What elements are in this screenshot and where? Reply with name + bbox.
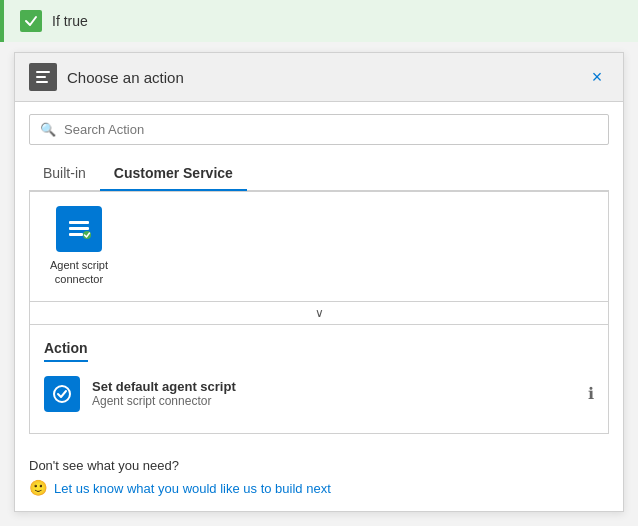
search-input[interactable] xyxy=(64,122,598,137)
svg-rect-1 xyxy=(36,76,46,78)
svg-rect-3 xyxy=(69,221,89,224)
svg-rect-5 xyxy=(69,233,83,236)
modal-body: 🔍 Built-in Customer Service xyxy=(15,102,623,446)
info-icon[interactable]: ℹ xyxy=(588,384,594,403)
search-icon: 🔍 xyxy=(40,122,56,137)
footer-section: Don't see what you need? 🙂 Let us know w… xyxy=(15,446,623,511)
footer-link[interactable]: Let us know what you would like us to bu… xyxy=(54,481,331,496)
connector-section: Agent script connector xyxy=(29,191,609,302)
search-box[interactable]: 🔍 xyxy=(29,114,609,145)
tab-builtin[interactable]: Built-in xyxy=(29,157,100,191)
action-header-icon xyxy=(29,63,57,91)
svg-rect-0 xyxy=(36,71,50,73)
smiley-icon: 🙂 xyxy=(29,479,48,497)
collapse-bar[interactable]: ∨ xyxy=(29,302,609,325)
action-item-title: Set default agent script xyxy=(92,379,576,394)
agent-script-connector-label: Agent script connector xyxy=(44,258,114,287)
if-true-bar: If true xyxy=(0,0,638,42)
footer-question: Don't see what you need? xyxy=(29,458,609,473)
footer-link-row: 🙂 Let us know what you would like us to … xyxy=(29,479,609,497)
action-item-text: Set default agent script Agent script co… xyxy=(92,379,576,408)
agent-script-connector-icon xyxy=(56,206,102,252)
close-button[interactable]: × xyxy=(585,65,609,89)
choose-action-modal: Choose an action × 🔍 Built-in Customer S… xyxy=(14,52,624,512)
action-section: Action Set default agent script Agent sc… xyxy=(29,325,609,434)
action-item-subtitle: Agent script connector xyxy=(92,394,576,408)
svg-rect-4 xyxy=(69,227,89,230)
action-item-icon xyxy=(44,376,80,412)
check-icon xyxy=(20,10,42,32)
tab-customer-service[interactable]: Customer Service xyxy=(100,157,247,191)
modal-title: Choose an action xyxy=(67,69,575,86)
action-heading: Action xyxy=(44,340,88,362)
action-item[interactable]: Set default agent script Agent script co… xyxy=(44,370,594,418)
svg-rect-2 xyxy=(36,81,48,83)
svg-point-7 xyxy=(54,386,70,402)
collapse-chevron-icon: ∨ xyxy=(315,306,324,320)
modal-header: Choose an action × xyxy=(15,53,623,102)
tab-bar: Built-in Customer Service xyxy=(29,157,609,191)
agent-script-connector-item[interactable]: Agent script connector xyxy=(44,206,114,287)
if-true-label: If true xyxy=(52,13,88,29)
